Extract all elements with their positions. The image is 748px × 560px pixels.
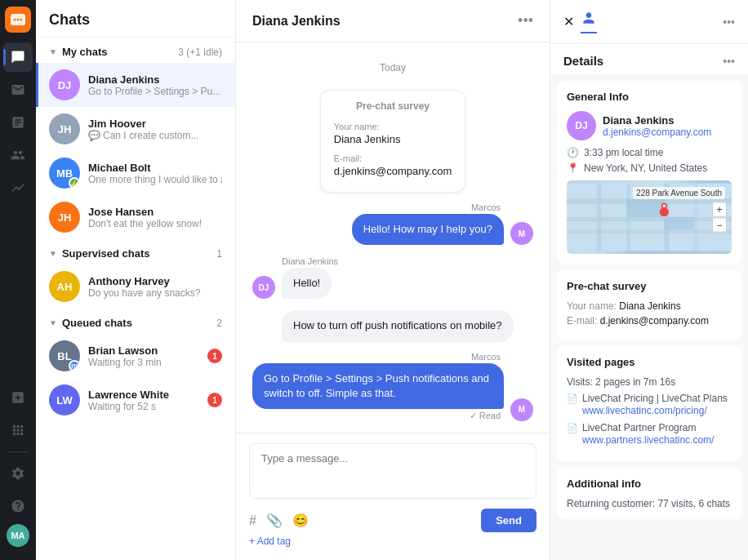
page-link-2: LiveChat Partner Program www.partners.li… — [582, 422, 714, 447]
details-options-icon[interactable]: ••• — [723, 55, 735, 68]
prechat-name-field: Your name: Diana Jenkins — [334, 118, 452, 145]
prechat-card-title: Pre-chat survey — [334, 100, 452, 112]
chat-info-lawrence: Lawrence White Waiting for 52 s — [88, 389, 199, 412]
map-container[interactable]: 228 Park Avenue South + − — [567, 180, 732, 254]
general-info-title: General Info — [567, 91, 732, 103]
chat-item-jim[interactable]: JH Jim Hoover 💬 Can I create custom... — [36, 107, 235, 151]
settings-icon[interactable] — [3, 459, 33, 488]
emoji-icon[interactable]: 😊 — [292, 513, 309, 528]
chat-item-jose[interactable]: JH Jose Hansen Don't eat the yellow snow… — [36, 195, 235, 239]
icon-bar: MA — [0, 0, 36, 560]
chat-info-anthony: Anthony Harvey Do you have any snacks? — [88, 275, 222, 299]
svg-rect-7 — [567, 230, 732, 234]
avatar-brian: BL m — [49, 340, 80, 371]
avatar-jose: JH — [49, 202, 80, 233]
page-url-1[interactable]: www.livechatinc.com/pricing/ — [582, 404, 728, 418]
supervised-chats-section-header[interactable]: ▼ Supervised chats 1 — [36, 239, 235, 264]
user-detail-name: Diana Jenkins — [603, 114, 711, 127]
details-menu-icon[interactable]: ••• — [723, 16, 735, 29]
supervised-chats-chevron: ▼ — [49, 249, 57, 258]
location-icon: 📍 — [567, 162, 579, 174]
page-url-2[interactable]: www.partners.livechatinc.com/ — [582, 433, 714, 447]
message-row-agent-1: M Hello! How may I help you? — [252, 214, 533, 245]
details-close-button[interactable]: ✕ — [563, 14, 574, 29]
map-zoom-in[interactable]: + — [712, 202, 727, 217]
chat-info-michael: Michael Bolt One more thing I would like… — [88, 162, 222, 185]
main-chat: Diana Jenkins ••• Today Pre-chat survey … — [236, 0, 550, 560]
clock-icon: 🕐 — [567, 147, 579, 158]
chat-preview-diana: Go to Profile > Settings > Pu... — [88, 86, 222, 97]
additional-info-title: Additional info — [567, 478, 732, 490]
chat-info-brian: Brian Lawson Waiting for 3 min — [88, 344, 199, 368]
message-input[interactable] — [249, 443, 537, 499]
sidebar-item-reports[interactable] — [3, 108, 33, 137]
sidebar-item-messages[interactable] — [3, 75, 33, 104]
chat-preview-michael: One more thing I would like to a... — [88, 174, 222, 185]
add-tag-button[interactable]: + Add tag — [249, 532, 537, 550]
hashtag-icon[interactable]: # — [249, 513, 256, 528]
chat-name-anthony: Anthony Harvey — [88, 275, 222, 287]
message-bubble-agent-2: Go to Profile > Settings > Push notifica… — [252, 363, 504, 409]
chat-name-lawrence: Lawrence White — [88, 389, 199, 401]
apps-icon[interactable] — [3, 416, 33, 445]
page-entry-2: 📄 LiveChat Partner Program www.partners.… — [567, 422, 732, 447]
avatar-anthony: AH — [49, 271, 80, 302]
help-icon[interactable] — [3, 491, 33, 521]
message-bubble-customer-2: How to turn off push notifications on mo… — [282, 310, 514, 341]
message-row-agent-2: M Go to Profile > Settings > Push notifi… — [252, 363, 533, 421]
sidebar-item-analytics[interactable] — [3, 173, 33, 202]
chat-menu-icon[interactable]: ••• — [518, 12, 533, 29]
queued-chats-section-header[interactable]: ▼ Queued chats 2 — [36, 309, 235, 334]
svg-rect-12 — [626, 198, 664, 217]
map-visual: 228 Park Avenue South + − — [567, 180, 732, 254]
map-controls[interactable]: + − — [712, 202, 727, 233]
user-detail-avatar: DJ — [567, 111, 596, 140]
chat-preview-jose: Don't eat the yellow snow! — [88, 218, 222, 229]
send-button[interactable]: Send — [481, 509, 537, 532]
chat-info-jim: Jim Hoover 💬 Can I create custom... — [88, 118, 222, 141]
add-widget-icon[interactable] — [3, 383, 33, 412]
additional-info-section: Additional info Returning customer: 77 v… — [557, 468, 741, 519]
details-title-bar: Details ••• — [550, 44, 748, 74]
details-person-icon[interactable] — [581, 10, 597, 33]
chat-item-michael[interactable]: MB 👍 Michael Bolt One more thing I would… — [36, 151, 235, 195]
map-zoom-out[interactable]: − — [712, 218, 727, 233]
prechat-survey-section: Pre-chat survey Your name: Diana Jenkins… — [557, 270, 741, 340]
chat-item-anthony[interactable]: AH Anthony Harvey Do you have any snacks… — [36, 264, 235, 309]
svg-rect-13 — [664, 217, 694, 230]
my-chats-section-header[interactable]: ▼ My chats 3 (+1 idle) — [36, 38, 235, 63]
survey-name-row: Your name: Diana Jenkins — [567, 300, 732, 312]
chat-name-jose: Jose Hansen — [88, 206, 222, 218]
my-chats-label: My chats — [62, 46, 178, 58]
chat-preview-anthony: Do you have any snacks? — [88, 287, 222, 299]
svg-rect-6 — [567, 217, 732, 222]
app-logo[interactable] — [5, 7, 31, 33]
sidebar-item-people[interactable] — [3, 140, 33, 170]
chat-header: Diana Jenkins ••• — [236, 0, 550, 42]
svg-point-2 — [17, 19, 20, 21]
attachment-icon[interactable]: 📎 — [266, 513, 283, 528]
user-info-row: DJ Diana Jenkins d.jenkins@company.com — [567, 111, 732, 140]
chat-item-lawrence[interactable]: LW Lawrence White Waiting for 52 s 1 — [36, 378, 235, 422]
msg-col-customer-2: How to turn off push notifications on mo… — [282, 310, 514, 341]
sidebar-item-chats[interactable] — [3, 42, 33, 72]
my-chats-chevron: ▼ — [49, 47, 57, 56]
map-label: 228 Park Avenue South — [633, 187, 725, 199]
user-time-row: 🕐 3:33 pm local time — [567, 147, 732, 158]
details-panel: ✕ ••• Details ••• General Info DJ Diana … — [550, 0, 748, 560]
chat-preview-lawrence: Waiting for 52 s — [88, 401, 199, 412]
queued-chats-label: Queued chats — [62, 317, 216, 329]
msg-avatar-marcos-2: M — [510, 398, 533, 421]
user-name-email: Diana Jenkins d.jenkins@company.com — [603, 114, 711, 138]
my-chats-count: 3 (+1 idle) — [178, 47, 222, 58]
queued-chats-chevron: ▼ — [49, 318, 57, 327]
user-avatar[interactable]: MA — [7, 524, 29, 547]
sender-marcos-2: Marcos — [252, 352, 533, 362]
chat-item-diana[interactable]: DJ Diana Jenkins Go to Profile > Setting… — [36, 63, 235, 107]
sidebar-title: Chats — [36, 0, 235, 38]
message-row-customer-2: How to turn off push notifications on mo… — [282, 310, 533, 341]
prechat-survey-title: Pre-chat survey — [567, 280, 732, 292]
msg-col-agent-1: Hello! How may I help you? — [352, 214, 504, 245]
svg-point-17 — [663, 204, 666, 207]
chat-item-brian[interactable]: BL m Brian Lawson Waiting for 3 min 1 — [36, 334, 235, 378]
